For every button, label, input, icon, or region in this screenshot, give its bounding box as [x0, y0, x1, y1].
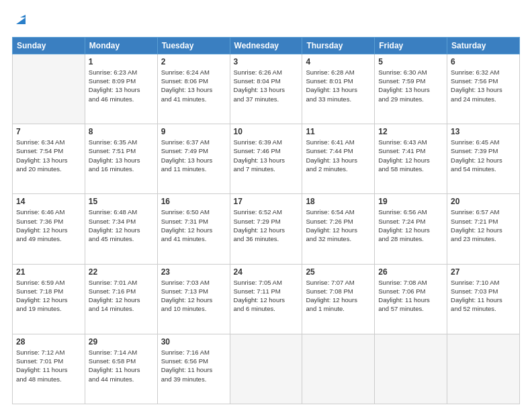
day-info: Sunrise: 6:48 AM Sunset: 7:34 PM Dayligh… — [89, 208, 154, 243]
day-info: Sunrise: 7:05 AM Sunset: 7:11 PM Dayligh… — [234, 278, 299, 314]
day-info: Sunrise: 6:30 AM Sunset: 7:59 PM Dayligh… — [378, 68, 443, 103]
week-row-3: 21Sunrise: 6:59 AM Sunset: 7:18 PM Dayli… — [13, 264, 520, 334]
day-info: Sunrise: 6:35 AM Sunset: 7:51 PM Dayligh… — [89, 138, 154, 173]
day-number: 15 — [89, 197, 154, 206]
day-number: 17 — [234, 197, 299, 206]
day-cell: 4Sunrise: 6:28 AM Sunset: 8:01 PM Daylig… — [302, 54, 375, 124]
day-number: 6 — [451, 57, 516, 66]
weekday-header-thursday: Thursday — [302, 37, 375, 54]
day-number: 26 — [378, 267, 443, 277]
day-cell: 18Sunrise: 6:54 AM Sunset: 7:26 PM Dayli… — [302, 194, 375, 264]
day-cell: 3Sunrise: 6:26 AM Sunset: 8:04 PM Daylig… — [230, 54, 302, 124]
day-cell: 12Sunrise: 6:43 AM Sunset: 7:41 PM Dayli… — [375, 124, 447, 194]
week-row-0: 1Sunrise: 6:23 AM Sunset: 8:09 PM Daylig… — [13, 54, 520, 124]
day-number: 21 — [16, 267, 81, 277]
week-row-2: 14Sunrise: 6:46 AM Sunset: 7:36 PM Dayli… — [13, 194, 520, 264]
weekday-header-sunday: Sunday — [13, 37, 85, 54]
day-info: Sunrise: 6:23 AM Sunset: 8:09 PM Dayligh… — [89, 68, 154, 103]
day-number: 7 — [16, 127, 81, 136]
day-cell: 5Sunrise: 6:30 AM Sunset: 7:59 PM Daylig… — [375, 54, 447, 124]
day-info: Sunrise: 6:45 AM Sunset: 7:39 PM Dayligh… — [451, 138, 516, 173]
day-cell: 15Sunrise: 6:48 AM Sunset: 7:34 PM Dayli… — [85, 194, 157, 264]
day-info: Sunrise: 6:34 AM Sunset: 7:54 PM Dayligh… — [16, 138, 81, 173]
day-number: 5 — [378, 57, 443, 66]
day-info: Sunrise: 6:32 AM Sunset: 7:56 PM Dayligh… — [451, 68, 516, 103]
day-cell: 25Sunrise: 7:07 AM Sunset: 7:08 PM Dayli… — [302, 264, 375, 334]
day-cell: 19Sunrise: 6:56 AM Sunset: 7:24 PM Dayli… — [375, 194, 447, 264]
day-number: 13 — [451, 127, 516, 136]
day-info: Sunrise: 6:46 AM Sunset: 7:36 PM Dayligh… — [16, 208, 81, 243]
day-cell — [447, 334, 520, 404]
day-info: Sunrise: 6:52 AM Sunset: 7:29 PM Dayligh… — [234, 208, 299, 243]
day-cell: 8Sunrise: 6:35 AM Sunset: 7:51 PM Daylig… — [85, 124, 157, 194]
day-cell — [230, 334, 302, 404]
day-cell: 10Sunrise: 6:39 AM Sunset: 7:46 PM Dayli… — [230, 124, 302, 194]
weekday-header-row: SundayMondayTuesdayWednesdayThursdayFrid… — [13, 37, 520, 54]
day-number: 1 — [89, 57, 154, 66]
day-cell: 21Sunrise: 6:59 AM Sunset: 7:18 PM Dayli… — [13, 264, 85, 334]
day-cell: 26Sunrise: 7:08 AM Sunset: 7:06 PM Dayli… — [375, 264, 447, 334]
day-number: 12 — [378, 127, 443, 136]
day-info: Sunrise: 7:08 AM Sunset: 7:06 PM Dayligh… — [378, 278, 443, 314]
day-number: 11 — [306, 127, 371, 136]
day-info: Sunrise: 7:01 AM Sunset: 7:16 PM Dayligh… — [89, 278, 154, 314]
calendar: SundayMondayTuesdayWednesdayThursdayFrid… — [12, 37, 520, 404]
weekday-header-saturday: Saturday — [447, 37, 520, 54]
day-cell: 29Sunrise: 7:14 AM Sunset: 6:58 PM Dayli… — [85, 334, 157, 404]
day-number: 16 — [161, 197, 226, 206]
weekday-header-friday: Friday — [375, 37, 447, 54]
header — [12, 12, 520, 30]
day-cell: 30Sunrise: 7:16 AM Sunset: 6:56 PM Dayli… — [157, 334, 230, 404]
day-info: Sunrise: 7:07 AM Sunset: 7:08 PM Dayligh… — [306, 278, 371, 314]
day-info: Sunrise: 7:16 AM Sunset: 6:56 PM Dayligh… — [161, 348, 226, 383]
page: SundayMondayTuesdayWednesdayThursdayFrid… — [0, 0, 532, 411]
day-number: 18 — [306, 197, 371, 206]
day-info: Sunrise: 6:41 AM Sunset: 7:44 PM Dayligh… — [306, 138, 371, 173]
logo — [12, 12, 28, 30]
weekday-header-tuesday: Tuesday — [157, 37, 230, 54]
svg-marker-1 — [20, 15, 26, 17]
day-number: 3 — [234, 57, 299, 66]
day-cell — [302, 334, 375, 404]
day-number: 2 — [161, 57, 226, 66]
day-cell — [13, 54, 85, 124]
day-info: Sunrise: 6:50 AM Sunset: 7:31 PM Dayligh… — [161, 208, 226, 243]
day-info: Sunrise: 7:14 AM Sunset: 6:58 PM Dayligh… — [89, 348, 154, 383]
day-number: 28 — [16, 337, 81, 347]
day-number: 30 — [161, 337, 226, 347]
day-info: Sunrise: 6:56 AM Sunset: 7:24 PM Dayligh… — [378, 208, 443, 243]
day-info: Sunrise: 6:37 AM Sunset: 7:49 PM Dayligh… — [161, 138, 226, 173]
day-cell: 24Sunrise: 7:05 AM Sunset: 7:11 PM Dayli… — [230, 264, 302, 334]
day-cell: 1Sunrise: 6:23 AM Sunset: 8:09 PM Daylig… — [85, 54, 157, 124]
day-cell: 22Sunrise: 7:01 AM Sunset: 7:16 PM Dayli… — [85, 264, 157, 334]
day-info: Sunrise: 6:54 AM Sunset: 7:26 PM Dayligh… — [306, 208, 371, 243]
day-cell: 11Sunrise: 6:41 AM Sunset: 7:44 PM Dayli… — [302, 124, 375, 194]
weekday-header-wednesday: Wednesday — [230, 37, 302, 54]
day-number: 8 — [89, 127, 154, 136]
weekday-header-monday: Monday — [85, 37, 157, 54]
day-info: Sunrise: 6:59 AM Sunset: 7:18 PM Dayligh… — [16, 278, 81, 314]
day-cell: 6Sunrise: 6:32 AM Sunset: 7:56 PM Daylig… — [447, 54, 520, 124]
day-cell: 13Sunrise: 6:45 AM Sunset: 7:39 PM Dayli… — [447, 124, 520, 194]
day-info: Sunrise: 6:39 AM Sunset: 7:46 PM Dayligh… — [234, 138, 299, 173]
day-number: 24 — [234, 267, 299, 277]
day-cell: 9Sunrise: 6:37 AM Sunset: 7:49 PM Daylig… — [157, 124, 230, 194]
day-info: Sunrise: 7:12 AM Sunset: 7:01 PM Dayligh… — [16, 348, 81, 383]
day-info: Sunrise: 6:28 AM Sunset: 8:01 PM Dayligh… — [306, 68, 371, 103]
day-info: Sunrise: 7:10 AM Sunset: 7:03 PM Dayligh… — [451, 278, 516, 314]
day-info: Sunrise: 6:24 AM Sunset: 8:06 PM Dayligh… — [161, 68, 226, 103]
logo-text — [12, 12, 28, 30]
day-info: Sunrise: 7:03 AM Sunset: 7:13 PM Dayligh… — [161, 278, 226, 314]
logo-icon — [13, 12, 28, 27]
day-info: Sunrise: 6:26 AM Sunset: 8:04 PM Dayligh… — [234, 68, 299, 103]
day-cell: 27Sunrise: 7:10 AM Sunset: 7:03 PM Dayli… — [447, 264, 520, 334]
day-cell: 2Sunrise: 6:24 AM Sunset: 8:06 PM Daylig… — [157, 54, 230, 124]
day-info: Sunrise: 6:57 AM Sunset: 7:21 PM Dayligh… — [451, 208, 516, 243]
day-cell: 17Sunrise: 6:52 AM Sunset: 7:29 PM Dayli… — [230, 194, 302, 264]
day-cell: 16Sunrise: 6:50 AM Sunset: 7:31 PM Dayli… — [157, 194, 230, 264]
week-row-1: 7Sunrise: 6:34 AM Sunset: 7:54 PM Daylig… — [13, 124, 520, 194]
day-number: 22 — [89, 267, 154, 277]
day-cell: 7Sunrise: 6:34 AM Sunset: 7:54 PM Daylig… — [13, 124, 85, 194]
week-row-4: 28Sunrise: 7:12 AM Sunset: 7:01 PM Dayli… — [13, 334, 520, 404]
day-number: 19 — [378, 197, 443, 206]
